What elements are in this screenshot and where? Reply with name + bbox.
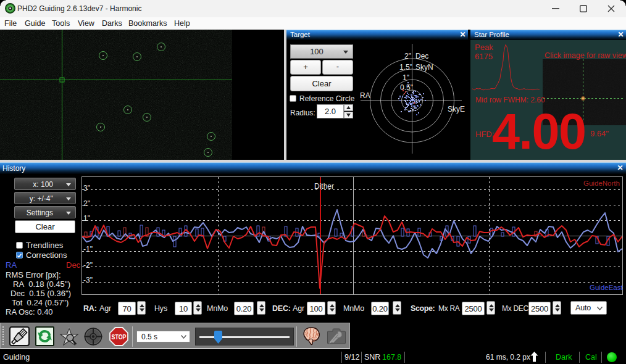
svg-text:STOP: STOP xyxy=(112,334,127,341)
